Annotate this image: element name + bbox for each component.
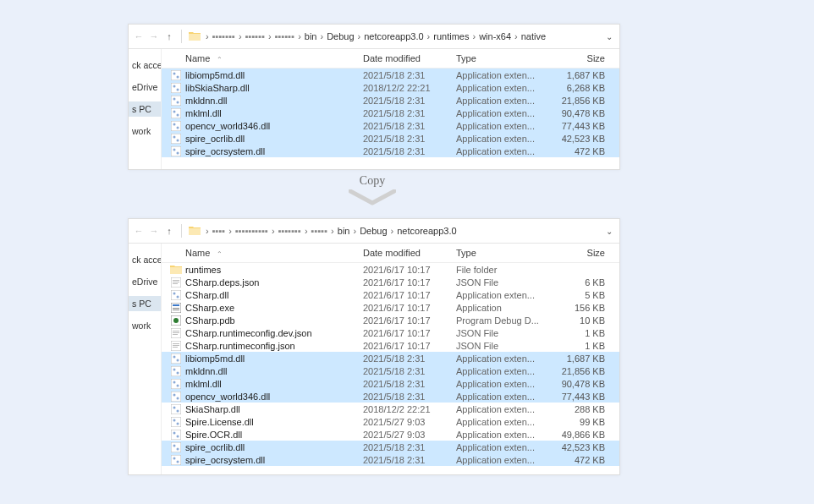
- breadcrumb-dropdown-icon[interactable]: ⌄: [606, 32, 613, 41]
- nav-back-icon[interactable]: ←: [132, 224, 146, 238]
- sidebar-item[interactable]: s PC: [129, 296, 161, 311]
- file-row[interactable]: spire_ocrlib.dll2021/5/18 2:31Applicatio…: [162, 441, 619, 453]
- dll-icon: [170, 429, 182, 441]
- breadcrumb-item[interactable]: bin: [336, 226, 352, 236]
- col-date[interactable]: Date modified: [363, 53, 456, 63]
- file-name: Spire.OCR.dll: [185, 430, 363, 440]
- svg-point-11: [177, 113, 179, 116]
- file-date: 2021/6/17 10:17: [363, 290, 456, 300]
- dll-icon: [170, 416, 182, 428]
- file-row[interactable]: spire_ocrlib.dll2021/5/18 2:31Applicatio…: [162, 132, 619, 145]
- nav-back-icon[interactable]: ←: [132, 30, 146, 43]
- breadcrumb-item[interactable]: Debug: [358, 226, 388, 236]
- file-size: 1 KB: [553, 341, 610, 351]
- col-size[interactable]: Size: [553, 53, 610, 63]
- svg-rect-66: [171, 455, 181, 465]
- svg-point-58: [173, 419, 176, 421]
- sidebar-item[interactable]: eDrive: [129, 274, 161, 289]
- file-row[interactable]: CSharp.runtimeconfig.dev.json2021/6/17 1…: [162, 326, 619, 339]
- sidebar-item[interactable]: eDrive: [129, 79, 161, 95]
- breadcrumb-item[interactable]: netcoreapp3.0: [395, 226, 458, 236]
- file-type: JSON File: [456, 341, 553, 351]
- address-bar[interactable]: ← → ↑ › ▪▪▪▪▪▪▪ › ▪▪▪▪▪▪ › ▪▪▪▪▪▪ › bin …: [129, 25, 619, 49]
- file-row[interactable]: Spire.License.dll2021/5/27 9:03Applicati…: [162, 415, 619, 428]
- file-row[interactable]: spire_ocrsystem.dll2021/5/18 2:31Applica…: [162, 145, 619, 157]
- file-row[interactable]: opencv_world346.dll2021/5/18 2:31Applica…: [162, 119, 619, 132]
- file-row[interactable]: SkiaSharp.dll2018/12/2 22:21Application …: [162, 403, 619, 415]
- file-date: 2021/5/18 2:31: [363, 70, 456, 80]
- sidebar-item[interactable]: ck access: [129, 252, 161, 267]
- sidebar-item[interactable]: work: [129, 123, 161, 139]
- column-headers[interactable]: Name⌃ Date modified Type Size: [162, 49, 619, 68]
- file-type: Application exten...: [456, 392, 553, 402]
- file-size: 10 KB: [553, 315, 610, 326]
- dll-icon: [170, 378, 182, 390]
- sidebar-item[interactable]: work: [129, 318, 161, 333]
- file-row[interactable]: opencv_world346.dll2021/5/18 2:31Applica…: [162, 390, 619, 403]
- explorer-top: ← → ↑ › ▪▪▪▪▪▪▪ › ▪▪▪▪▪▪ › ▪▪▪▪▪▪ › bin …: [128, 24, 620, 170]
- file-row[interactable]: Spire.OCR.dll2021/5/27 9:03Application e…: [162, 428, 619, 441]
- column-headers[interactable]: Name⌃ Date modified Type Size: [162, 244, 619, 263]
- file-row[interactable]: CSharp.exe2021/6/17 10:17Application156 …: [162, 301, 619, 314]
- file-row[interactable]: mkldnn.dll2021/5/18 2:31Application exte…: [162, 94, 619, 107]
- breadcrumb-item[interactable]: bin: [303, 31, 319, 41]
- col-size[interactable]: Size: [553, 248, 610, 258]
- svg-rect-15: [171, 134, 181, 144]
- col-date[interactable]: Date modified: [363, 248, 456, 258]
- dll-icon: [170, 95, 182, 107]
- breadcrumb-item[interactable]: netcoreapp3.0: [362, 31, 425, 41]
- nav-forward-icon[interactable]: →: [147, 224, 161, 238]
- breadcrumb-item[interactable]: win-x64: [477, 31, 513, 41]
- svg-point-33: [173, 318, 179, 323]
- file-row[interactable]: CSharp.runtimeconfig.json2021/6/17 10:17…: [162, 339, 619, 352]
- col-type[interactable]: Type: [456, 53, 553, 63]
- col-name[interactable]: Name: [185, 53, 210, 63]
- svg-point-65: [177, 447, 179, 450]
- file-type: Application exten...: [456, 442, 553, 452]
- sidebar-item[interactable]: ck access: [129, 58, 161, 73]
- file-size: 90,478 KB: [553, 379, 610, 389]
- breadcrumb-item[interactable]: Debug: [325, 31, 355, 41]
- file-row[interactable]: CSharp.dll2021/6/17 10:17Application ext…: [162, 288, 619, 301]
- svg-point-44: [177, 359, 179, 361]
- file-row[interactable]: mklml.dll2021/5/18 2:31Application exten…: [162, 107, 619, 119]
- svg-rect-37: [173, 334, 178, 335]
- address-bar[interactable]: ← → ↑ › ▪▪▪▪ › ▪▪▪▪▪▪▪▪▪▪ › ▪▪▪▪▪▪▪ › ▪▪…: [129, 219, 619, 244]
- file-size: 77,443 KB: [553, 392, 610, 402]
- file-row[interactable]: spire_ocrsystem.dll2021/5/18 2:31Applica…: [162, 453, 619, 466]
- breadcrumb-item[interactable]: native: [520, 31, 547, 41]
- file-date: 2021/6/17 10:17: [363, 265, 456, 275]
- file-list[interactable]: libiomp5md.dll2021/5/18 2:31Application …: [162, 68, 619, 157]
- breadcrumb-dropdown-icon[interactable]: ⌄: [606, 227, 613, 236]
- file-row[interactable]: mklml.dll2021/5/18 2:31Application exten…: [162, 377, 619, 390]
- file-list[interactable]: runtimes2021/6/17 10:17File folderCSharp…: [162, 263, 619, 466]
- file-type: Application exten...: [456, 146, 553, 156]
- file-row[interactable]: CSharp.pdb2021/6/17 10:17Program Debug D…: [162, 314, 619, 326]
- nav-up-icon[interactable]: ↑: [162, 224, 176, 238]
- file-row[interactable]: CSharp.deps.json2021/6/17 10:17JSON File…: [162, 276, 619, 288]
- nav-up-icon[interactable]: ↑: [162, 30, 176, 43]
- breadcrumb-item[interactable]: runtimes: [432, 31, 470, 41]
- file-size: 1 KB: [553, 328, 610, 338]
- file-date: 2021/5/27 9:03: [363, 417, 456, 427]
- col-name[interactable]: Name: [185, 248, 210, 258]
- file-date: 2021/5/18 2:31: [363, 121, 456, 131]
- dll-icon: [170, 145, 182, 157]
- sidebar-item[interactable]: s PC: [129, 101, 161, 117]
- file-row[interactable]: mkldnn.dll2021/5/18 2:31Application exte…: [162, 364, 619, 377]
- file-date: 2021/5/18 2:31: [363, 353, 456, 364]
- svg-point-1: [173, 72, 176, 74]
- file-date: 2021/5/18 2:31: [363, 379, 456, 389]
- explorer-bottom: ← → ↑ › ▪▪▪▪ › ▪▪▪▪▪▪▪▪▪▪ › ▪▪▪▪▪▪▪ › ▪▪…: [128, 218, 620, 475]
- file-name: runtimes: [185, 265, 363, 275]
- svg-point-17: [177, 139, 179, 141]
- nav-forward-icon[interactable]: →: [147, 30, 161, 43]
- file-row[interactable]: runtimes2021/6/17 10:17File folder: [162, 263, 619, 276]
- file-row[interactable]: libiomp5md.dll2021/5/18 2:31Application …: [162, 68, 619, 81]
- file-name: CSharp.runtimeconfig.dev.json: [185, 328, 363, 338]
- svg-point-2: [177, 75, 179, 78]
- file-row[interactable]: libiomp5md.dll2021/5/18 2:31Application …: [162, 352, 619, 364]
- svg-point-19: [173, 148, 176, 151]
- col-type[interactable]: Type: [456, 248, 553, 258]
- file-row[interactable]: libSkiaSharp.dll2018/12/2 22:21Applicati…: [162, 81, 619, 94]
